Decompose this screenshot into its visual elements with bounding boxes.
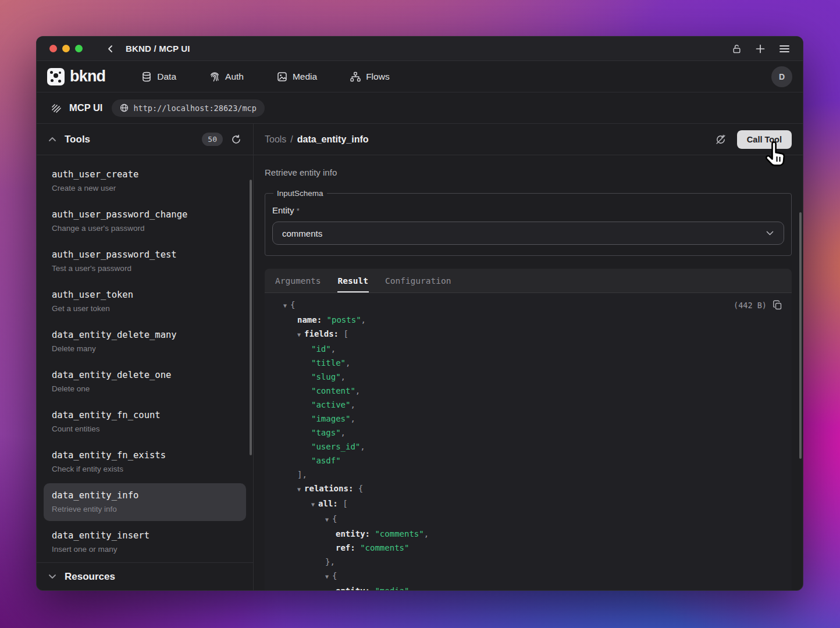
app-nav-bar: bknd Data Auth Media Flows D bbox=[37, 61, 803, 92]
tab[interactable]: Configuration bbox=[385, 270, 452, 292]
tab[interactable]: Arguments bbox=[275, 270, 322, 292]
tool-description: Retrieve entity info bbox=[52, 504, 238, 515]
json-string-value: "id" bbox=[311, 344, 331, 354]
json-line: "users_id", bbox=[274, 440, 782, 454]
json-key: entity: bbox=[336, 529, 370, 538]
breadcrumb: Tools / data_entity_info bbox=[265, 134, 369, 145]
nav-item[interactable]: Flows bbox=[350, 72, 389, 82]
window-title: BKND / MCP UI bbox=[126, 44, 190, 53]
tools-section-header[interactable]: Tools 50 bbox=[37, 124, 253, 155]
nav-item[interactable]: Media bbox=[277, 72, 317, 82]
json-string-value: "title" bbox=[311, 358, 346, 367]
tool-description: Check if entity exists bbox=[52, 464, 238, 474]
resources-section-header[interactable]: Resources bbox=[37, 562, 253, 590]
json-line: "slug", bbox=[274, 370, 782, 384]
json-string-value: "media" bbox=[370, 586, 409, 591]
json-punctuation: , bbox=[424, 529, 429, 538]
tool-item[interactable]: auth_user_password_change Change a user'… bbox=[44, 202, 246, 240]
json-line: "images", bbox=[274, 412, 782, 426]
tool-item[interactable]: auth_user_create Create a new user bbox=[44, 162, 246, 200]
lock-open-icon[interactable] bbox=[732, 44, 742, 54]
json-punctuation: , bbox=[350, 400, 355, 409]
tool-item[interactable]: data_entity_insert Insert one or many bbox=[44, 523, 246, 561]
nav-item-label: Flows bbox=[366, 72, 389, 82]
json-punctuation: { bbox=[290, 300, 295, 309]
new-tab-icon[interactable] bbox=[755, 44, 766, 54]
brand[interactable]: bknd bbox=[47, 67, 105, 85]
tool-name: data_entity_fn_exists bbox=[52, 449, 238, 462]
tool-item[interactable]: auth_user_password_test Test a user's pa… bbox=[44, 242, 246, 280]
collapse-toggle-icon[interactable]: ▼ bbox=[325, 516, 332, 523]
entity-field-label: Entity * bbox=[272, 205, 784, 215]
avatar[interactable]: D bbox=[771, 66, 792, 87]
json-line: "tags", bbox=[274, 426, 782, 440]
tool-item[interactable]: data_entity_fn_count Count entities bbox=[44, 403, 246, 441]
collapse-toggle-icon[interactable]: ▼ bbox=[311, 501, 318, 508]
main-scrollbar[interactable] bbox=[799, 212, 802, 459]
tool-name: auth_user_password_change bbox=[52, 209, 238, 221]
json-string-value: "asdf" bbox=[311, 456, 341, 465]
tool-item[interactable]: data_entity_info Retrieve entity info bbox=[44, 483, 246, 521]
json-key: all: bbox=[318, 499, 338, 508]
json-key: name: bbox=[297, 315, 322, 324]
json-punctuation: , bbox=[409, 586, 414, 591]
collapse-toggle-icon[interactable]: ▼ bbox=[283, 302, 290, 309]
json-punctuation: , bbox=[341, 372, 346, 381]
chevron-up-icon bbox=[48, 137, 56, 142]
tool-description: Insert one or many bbox=[52, 544, 238, 555]
globe-icon bbox=[120, 104, 129, 112]
json-line: name: "posts", bbox=[274, 313, 782, 327]
close-window-button[interactable] bbox=[49, 45, 57, 52]
json-punctuation: , bbox=[331, 344, 336, 354]
json-string-value: "users_id" bbox=[311, 442, 360, 451]
tool-description: Change a user's password bbox=[52, 223, 238, 234]
brand-name: bknd bbox=[70, 67, 105, 85]
json-string-value: "comments" bbox=[370, 529, 424, 538]
nav-item[interactable]: Data bbox=[141, 72, 176, 82]
sidebar-scrollbar[interactable] bbox=[250, 180, 252, 455]
copy-icon[interactable] bbox=[773, 300, 782, 310]
json-key: fields: bbox=[304, 329, 339, 338]
tool-description: Delete one bbox=[52, 384, 238, 394]
breadcrumb-section[interactable]: Tools bbox=[265, 134, 286, 145]
main-header: Tools / data_entity_info Call Tool bbox=[254, 124, 803, 155]
workflow-icon bbox=[350, 72, 361, 82]
main-panel: Tools / data_entity_info Call Tool Retri… bbox=[254, 124, 803, 590]
tool-item[interactable]: auth_user_token Get a user token bbox=[44, 283, 246, 320]
result-panel: ArgumentsResultConfiguration (442 B) ▼ {… bbox=[265, 269, 792, 591]
menu-icon[interactable] bbox=[779, 44, 790, 53]
tool-detail-description: Retrieve entity info bbox=[265, 167, 792, 177]
json-string-value: "posts" bbox=[322, 315, 361, 324]
mcp-sub-header: MCP UI http://localhost:28623/mcp bbox=[37, 92, 803, 124]
tool-description: Create a new user bbox=[52, 183, 238, 194]
tool-item[interactable]: data_entity_delete_one Delete one bbox=[44, 363, 246, 401]
tab-label: Configuration bbox=[385, 276, 451, 286]
json-line: "title", bbox=[274, 356, 782, 370]
title-bar: BKND / MCP UI bbox=[37, 37, 803, 61]
back-button[interactable] bbox=[106, 44, 115, 53]
tool-list: auth_user_create Create a new user auth_… bbox=[37, 155, 253, 562]
collapse-toggle-icon[interactable]: ▼ bbox=[297, 486, 304, 493]
server-url-pill[interactable]: http://localhost:28623/mcp bbox=[112, 99, 264, 117]
input-schema-legend: InputSchema bbox=[273, 189, 327, 198]
collapse-toggle-icon[interactable]: ▼ bbox=[325, 573, 332, 580]
call-tool-button[interactable]: Call Tool bbox=[737, 130, 792, 149]
collapse-toggle-icon[interactable]: ▼ bbox=[297, 331, 304, 338]
nav-item[interactable]: Auth bbox=[209, 72, 244, 82]
tool-item[interactable]: data_entity_fn_exists Check if entity ex… bbox=[44, 443, 246, 481]
auto-call-off-icon[interactable] bbox=[715, 134, 727, 145]
json-line: ▼ relations: { bbox=[274, 481, 782, 497]
result-size: (442 B) bbox=[734, 301, 767, 310]
tab-label: Arguments bbox=[275, 276, 321, 286]
entity-select[interactable]: comments bbox=[272, 222, 784, 245]
json-string-value: "content" bbox=[311, 386, 355, 395]
zoom-window-button[interactable] bbox=[75, 45, 83, 52]
tab[interactable]: Result bbox=[337, 270, 369, 292]
tool-name: data_entity_info bbox=[52, 490, 238, 502]
json-punctuation: , bbox=[341, 428, 346, 437]
minimize-window-button[interactable] bbox=[62, 45, 70, 52]
tool-item[interactable]: data_entity_delete_many Delete many bbox=[44, 323, 246, 361]
server-url: http://localhost:28623/mcp bbox=[133, 104, 256, 113]
nav-items: Data Auth Media Flows bbox=[141, 72, 389, 82]
refresh-icon[interactable] bbox=[231, 134, 241, 145]
